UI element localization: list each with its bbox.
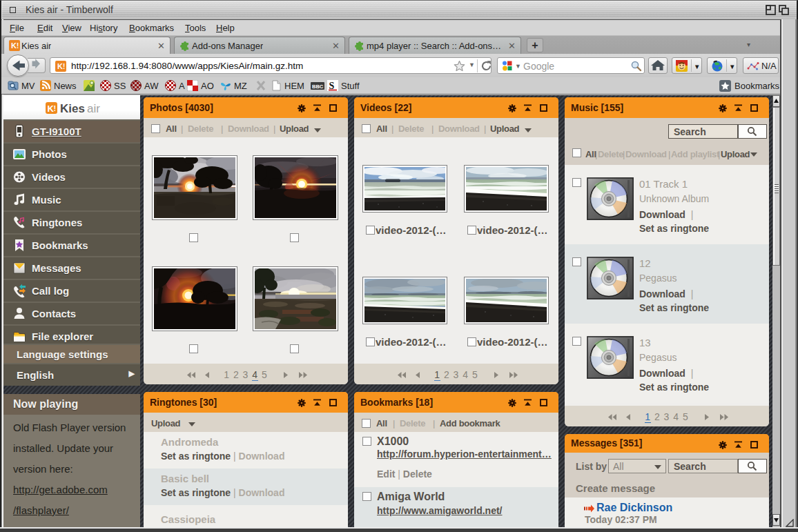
svg-text:!: ! bbox=[17, 42, 19, 50]
svg-text:Kies: Kies bbox=[60, 102, 85, 115]
svg-text:BBC: BBC bbox=[312, 83, 324, 90]
svg-text:K: K bbox=[11, 41, 17, 50]
svg-text:air: air bbox=[87, 102, 100, 115]
svg-text:!: ! bbox=[63, 63, 65, 70]
svg-text:!: ! bbox=[54, 104, 57, 112]
svg-text:K: K bbox=[57, 62, 63, 70]
